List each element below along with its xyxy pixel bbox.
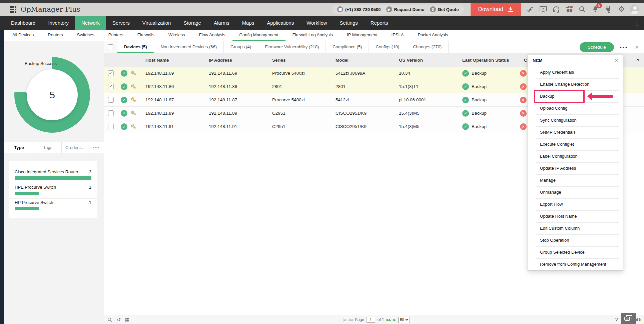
tab-non-inventoried-devices[interactable]: Non Inventoried Devices (66) — [154, 41, 224, 53]
nav-reports[interactable]: Reports — [364, 16, 395, 30]
feedback-chat-button[interactable] — [621, 313, 636, 324]
more-options-icon[interactable]: ••• — [620, 44, 628, 50]
menu-item-execute-configlet[interactable]: Execute Configlet — [528, 138, 623, 150]
sidebar-tab-more-icon[interactable]: ••• — [88, 142, 104, 153]
tab-compliance[interactable]: Compliance (5) — [326, 41, 369, 53]
menu-item-sync-configuration[interactable]: Sync Configuration — [528, 114, 623, 126]
tab-firmware-vulnerability[interactable]: Firmware Vulnerability (218) — [258, 41, 326, 53]
menu-item-unmanage[interactable]: Unmanage — [528, 186, 623, 198]
nav-maps[interactable]: Maps — [236, 16, 261, 30]
app-grid-icon[interactable] — [10, 6, 16, 13]
tab-changes[interactable]: Changes (270) — [406, 41, 449, 53]
headset-icon[interactable] — [552, 5, 561, 14]
settings-gear-icon[interactable]: ⚙ — [617, 5, 626, 14]
subnav-firewall-log-analysis[interactable]: Firewall Log Analysis — [285, 30, 340, 41]
menu-item-manage[interactable]: Manage — [528, 174, 623, 186]
sidebar-tab-type[interactable]: Type — [4, 142, 34, 153]
row-checkbox[interactable] — [108, 84, 114, 89]
tab-groups[interactable]: Groups (4) — [224, 41, 258, 53]
subnav-all-devices[interactable]: All Devices — [5, 30, 41, 41]
nav-network[interactable]: Network — [75, 16, 106, 30]
sidebar-tab-credentials[interactable]: Credent... — [62, 142, 88, 153]
host-name[interactable]: 192.148.11.87 — [144, 97, 207, 102]
select-all-checkbox[interactable] — [108, 44, 113, 50]
refresh-icon[interactable]: ↺ — [117, 317, 121, 322]
menu-item-apply-credentials[interactable]: Apply Credentials — [528, 66, 623, 78]
first-page-icon[interactable]: |◀ — [343, 318, 346, 322]
nav-virtualization[interactable]: Virtualization — [136, 16, 177, 30]
tab-devices[interactable]: Devices (5) — [117, 41, 154, 53]
notifications-bell-icon[interactable]: 5 — [591, 5, 600, 14]
col-model[interactable]: Model — [334, 58, 398, 63]
plugin-icon[interactable] — [604, 5, 613, 14]
host-name[interactable]: 192.148.11.91 — [144, 124, 207, 129]
sidebar-tab-tags[interactable]: Tags — [34, 142, 62, 153]
col-last-operation-status[interactable]: Last Operation Status — [461, 58, 523, 63]
nav-storage[interactable]: Storage — [177, 16, 207, 30]
subnav-wireless[interactable]: Wireless — [161, 30, 192, 41]
menu-item-enable-change-detection[interactable]: Enable Change Detection — [528, 78, 623, 90]
menu-item-export-flow[interactable]: Export Flow — [528, 198, 623, 210]
host-name[interactable]: 192.148.11.69 — [144, 71, 207, 76]
menu-item-remove-from-config-management[interactable]: Remove from Config Management — [528, 258, 623, 270]
subnav-packet-analysis[interactable]: Packet Analysis — [411, 30, 455, 41]
nav-applications[interactable]: Applications — [260, 16, 300, 30]
presentation-icon[interactable] — [539, 5, 548, 14]
host-name[interactable]: 192.148.11.89 — [144, 111, 207, 116]
col-host-name[interactable]: Host Name — [144, 58, 207, 63]
table-search-icon[interactable] — [107, 317, 112, 322]
schedule-button[interactable]: Schedule — [580, 42, 614, 52]
subnav-printers[interactable]: Printers — [101, 30, 130, 41]
page-number-input[interactable] — [367, 317, 375, 323]
nav-settings[interactable]: Settings — [334, 16, 364, 30]
menu-item-edit-custom-column[interactable]: Edit Custom Column — [528, 222, 623, 234]
subnav-ipsla[interactable]: IPSLA — [385, 30, 411, 41]
row-checkbox[interactable] — [108, 97, 114, 103]
list-item[interactable]: Cisco Integrated Services Router ... 3 — [9, 168, 97, 183]
page-size-select[interactable]: 50 — [398, 317, 410, 323]
menu-item-update-host-name[interactable]: Update Host Name — [528, 210, 623, 222]
search-icon[interactable] — [578, 5, 587, 14]
menu-item-group-selected-device[interactable]: Group Selected Device — [528, 246, 623, 258]
col-ip-address[interactable]: IP Address — [207, 58, 271, 63]
menu-item-backup[interactable]: Backup — [528, 90, 623, 102]
row-checkbox[interactable] — [108, 124, 114, 129]
subnav-routers[interactable]: Routers — [41, 30, 70, 41]
subnav-ip-management[interactable]: IP Management — [340, 30, 385, 41]
ncm-close-icon[interactable]: × — [615, 58, 618, 64]
col-os-version[interactable]: OS Version — [398, 58, 461, 63]
user-avatar[interactable] — [630, 5, 639, 14]
subnav-firewalls[interactable]: Firewalls — [130, 30, 161, 41]
nav-dashboard[interactable]: Dashboard — [5, 16, 42, 30]
row-checkbox[interactable] — [108, 70, 114, 76]
request-demo-link[interactable]: ▶ Request Demo — [386, 6, 425, 12]
menu-item-stop-operation[interactable]: Stop Operation — [528, 234, 623, 246]
nav-inventory[interactable]: Inventory — [42, 16, 75, 30]
list-item[interactable]: HP Procurve Switch 1 — [9, 199, 97, 214]
list-item[interactable]: HPE Procurve Switch 1 — [9, 183, 97, 199]
menu-item-snmp-credentials[interactable]: SNMP Credentials — [528, 126, 623, 138]
phone-contact[interactable]: ☎ (+1) 888 720 9500 — [337, 6, 381, 12]
grid-view-icon[interactable]: ▦ — [125, 317, 129, 322]
next-page-icon[interactable]: ▶▶ — [387, 318, 391, 322]
tab-configs[interactable]: Configs (10) — [369, 41, 406, 53]
menu-item-update-ip-address[interactable]: Update IP Address — [528, 162, 623, 174]
gift-icon[interactable] — [565, 5, 574, 14]
subnav-switches[interactable]: Switches — [70, 30, 101, 41]
row-checkbox[interactable] — [108, 110, 114, 116]
subnav-config-management[interactable]: Config Management — [232, 30, 285, 41]
rocket-icon[interactable] — [526, 5, 535, 14]
host-name[interactable]: 192.148.11.86 — [144, 84, 207, 89]
menu-item-upload-config[interactable]: Upload Config — [528, 102, 623, 114]
close-icon[interactable]: × — [635, 43, 639, 51]
nav-kebab-icon[interactable]: ⋮ — [630, 16, 644, 30]
get-quote-link[interactable]: $ Get Quote — [430, 6, 459, 12]
nav-alarms[interactable]: Alarms — [207, 16, 236, 30]
download-button[interactable]: Download — [471, 3, 521, 16]
subnav-flow-analysis[interactable]: Flow Analysis — [192, 30, 232, 41]
last-page-icon[interactable]: ▶| — [393, 318, 396, 322]
nav-servers[interactable]: Servers — [106, 16, 136, 30]
nav-workflow[interactable]: Workflow — [300, 16, 333, 30]
col-series[interactable]: Series — [271, 58, 334, 63]
prev-page-icon[interactable]: ◀◀ — [348, 318, 352, 322]
